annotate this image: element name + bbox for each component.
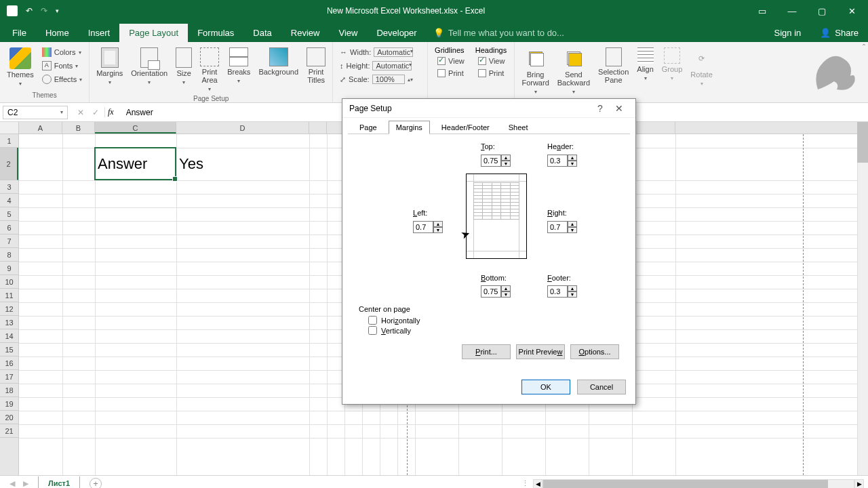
row-header[interactable]: 15 <box>0 343 18 357</box>
row-header[interactable]: 12 <box>0 302 18 316</box>
cell-value[interactable]: Yes <box>176 148 309 180</box>
maximize-icon[interactable]: ▢ <box>812 6 831 16</box>
share-button[interactable]: 👤 Share <box>810 24 868 42</box>
themes-button[interactable]: Themes ▾ <box>4 46 37 89</box>
row-header[interactable]: 7 <box>0 235 18 248</box>
horizontally-checkbox[interactable]: Horizontally <box>368 316 619 325</box>
row-header[interactable]: 18 <box>0 384 18 397</box>
sign-in[interactable]: Sign in <box>765 24 811 42</box>
height-combo[interactable]: ↕Height:Automatic▾ <box>337 60 423 72</box>
hscroll-right-icon[interactable]: ▶ <box>854 479 864 489</box>
hscroll-left-icon[interactable]: ◀ <box>533 479 542 489</box>
group-objects-button[interactable]: Group▾ <box>659 46 686 84</box>
print-button[interactable]: Print... <box>462 344 511 359</box>
tab-review[interactable]: Review <box>281 24 330 42</box>
name-box[interactable]: C2 ▾ <box>3 106 68 119</box>
tab-sheet[interactable]: Sheet <box>501 121 536 134</box>
print-preview-button[interactable]: Print Preview <box>516 344 565 359</box>
row-header[interactable]: 6 <box>0 221 18 235</box>
dialog-close-icon[interactable]: ✕ <box>610 103 629 114</box>
spin-up-icon[interactable]: ▲ <box>501 285 511 291</box>
column-header[interactable] <box>309 122 327 134</box>
gridlines-view-checkbox[interactable]: View <box>435 56 467 66</box>
bring-forward-button[interactable]: Bring Forward▾ <box>519 46 551 98</box>
colors-button[interactable]: Colors▾ <box>39 46 85 58</box>
row-header[interactable]: 11 <box>0 289 18 302</box>
row-header[interactable]: 3 <box>0 180 18 194</box>
vertically-checkbox[interactable]: Vertically <box>368 326 619 335</box>
breaks-button[interactable]: Breaks▾ <box>224 46 253 87</box>
row-headers[interactable]: 123456789101112131415161718192021 <box>0 134 19 475</box>
footer-input[interactable] <box>547 285 568 298</box>
dialog-help-icon[interactable]: ? <box>591 103 610 114</box>
cancel-edit-icon[interactable]: ✕ <box>77 108 84 117</box>
column-header[interactable]: C <box>95 122 176 134</box>
spin-up-icon[interactable]: ▲ <box>568 155 577 161</box>
dialog-titlebar[interactable]: Page Setup ? ✕ <box>342 99 635 118</box>
scale-spinner[interactable]: ⤢Scale:100%▴▾ <box>337 73 423 85</box>
rotate-button[interactable]: ⟳Rotate▾ <box>688 46 715 89</box>
top-input[interactable] <box>481 155 501 167</box>
redo-icon[interactable]: ↷ <box>41 6 47 16</box>
scroll-thumb[interactable] <box>857 122 868 163</box>
ok-button[interactable]: OK <box>521 380 570 394</box>
select-all-corner[interactable] <box>0 122 19 134</box>
spin-down-icon[interactable]: ▼ <box>568 227 577 233</box>
tab-file[interactable]: File <box>3 24 36 42</box>
row-header[interactable]: 10 <box>0 275 18 289</box>
header-input[interactable] <box>547 155 568 167</box>
headings-view-checkbox[interactable]: View <box>475 56 508 66</box>
cancel-button[interactable]: Cancel <box>577 380 626 394</box>
gridlines-print-checkbox[interactable]: Print <box>435 68 467 79</box>
options-button[interactable]: Options... <box>570 344 619 359</box>
vertical-scrollbar[interactable] <box>857 122 868 475</box>
row-header[interactable]: 20 <box>0 411 18 424</box>
next-sheet-icon[interactable]: ▶ <box>23 479 28 488</box>
column-header[interactable] <box>632 122 675 134</box>
right-spinner[interactable]: ▲▼ <box>547 221 577 233</box>
spin-up-icon[interactable]: ▲ <box>433 221 443 227</box>
horizontal-scrollbar[interactable] <box>542 479 854 489</box>
right-input[interactable] <box>547 221 568 233</box>
bottom-spinner[interactable]: ▲▼ <box>481 285 511 298</box>
qat-more-icon[interactable]: ▾ <box>56 7 59 14</box>
row-header[interactable]: 13 <box>0 316 18 329</box>
print-titles-button[interactable]: Print Titles <box>304 46 328 85</box>
collapse-ribbon-icon[interactable]: ˆ <box>863 43 865 53</box>
tab-formulas[interactable]: Formulas <box>188 24 243 42</box>
save-icon[interactable] <box>7 5 18 16</box>
spin-up-icon[interactable]: ▲ <box>501 155 511 161</box>
size-button[interactable]: Size▾ <box>173 46 195 88</box>
bottom-input[interactable] <box>481 285 501 298</box>
send-backward-button[interactable]: Send Backward▾ <box>555 46 593 98</box>
left-input[interactable] <box>413 221 433 233</box>
checkbox-icon[interactable] <box>368 316 377 325</box>
spin-up-icon[interactable]: ▲ <box>568 221 577 227</box>
row-header[interactable]: 9 <box>0 262 18 275</box>
tab-margins[interactable]: Margins <box>389 121 430 134</box>
scroll-thumb[interactable] <box>543 480 828 488</box>
column-header[interactable]: D <box>176 122 309 134</box>
fx-icon[interactable]: fx <box>104 107 121 117</box>
accept-edit-icon[interactable]: ✓ <box>92 108 99 117</box>
tab-view[interactable]: View <box>329 24 367 42</box>
column-header[interactable]: B <box>62 122 95 134</box>
spin-down-icon[interactable]: ▼ <box>568 291 577 298</box>
spin-down-icon[interactable]: ▼ <box>501 161 511 167</box>
width-combo[interactable]: ↔Width:Automatic▾ <box>337 46 423 58</box>
print-area-button[interactable]: Print Area▾ <box>197 46 222 95</box>
row-header[interactable]: 16 <box>0 357 18 370</box>
tab-page[interactable]: Page <box>352 121 384 134</box>
prev-sheet-icon[interactable]: ◀ <box>9 479 15 488</box>
background-button[interactable]: Background <box>256 46 301 77</box>
tab-data[interactable]: Data <box>243 24 281 42</box>
row-header[interactable]: 1 <box>0 134 18 148</box>
align-button[interactable]: Align▾ <box>634 46 656 84</box>
margins-button[interactable]: Margins▾ <box>94 46 125 88</box>
tab-insert[interactable]: Insert <box>79 24 120 42</box>
ribbon-display-options-icon[interactable]: ▭ <box>753 6 772 16</box>
footer-spinner[interactable]: ▲▼ <box>547 285 577 298</box>
left-spinner[interactable]: ▲▼ <box>413 221 443 233</box>
row-header[interactable]: 17 <box>0 370 18 384</box>
tell-me[interactable]: 💡 Tell me what you want to do... <box>433 24 564 42</box>
